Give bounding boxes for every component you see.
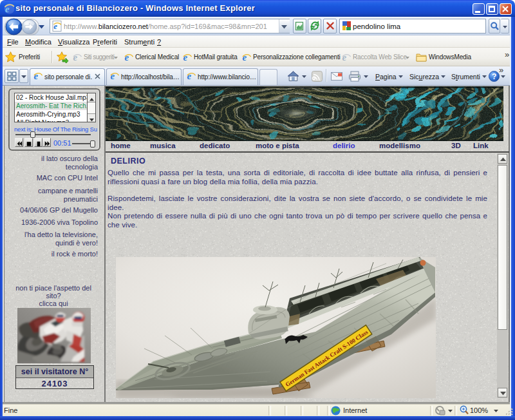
svg-text:e: e: [34, 71, 39, 81]
svg-text:e: e: [243, 52, 247, 62]
svg-text:e: e: [183, 52, 188, 62]
svg-text:e: e: [111, 71, 115, 81]
svg-text:e: e: [53, 21, 57, 31]
svg-text:e: e: [342, 52, 347, 62]
svg-text:?: ?: [492, 72, 496, 81]
svg-text:e: e: [73, 52, 78, 62]
svg-text:e: e: [187, 71, 192, 81]
svg-text:e: e: [125, 52, 129, 62]
